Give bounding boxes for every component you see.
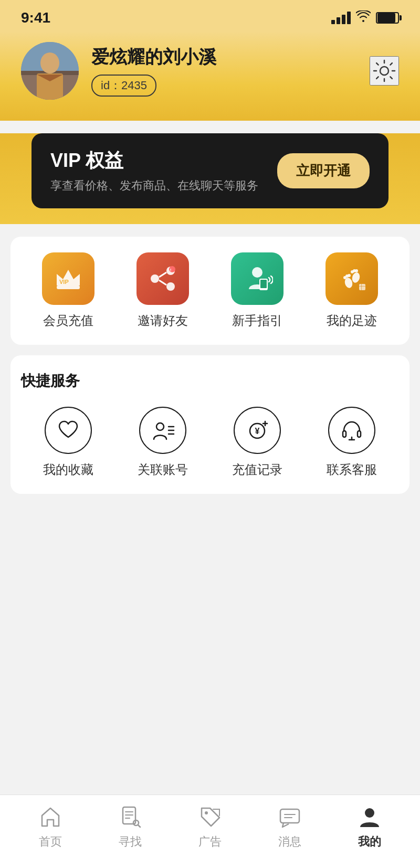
nav-home[interactable]: 首页 xyxy=(10,803,90,850)
nav-search[interactable]: 寻找 xyxy=(90,803,170,850)
svg-point-25 xyxy=(355,269,358,272)
status-icons xyxy=(331,10,399,25)
vip-banner: VIP 权益 享查看价格、发布商品、在线聊天等服务 立即开通 xyxy=(32,133,388,208)
svg-line-46 xyxy=(138,825,140,827)
svg-point-51 xyxy=(365,808,374,818)
svg-rect-38 xyxy=(358,431,361,437)
favorites-icon xyxy=(45,407,92,454)
svg-line-12 xyxy=(159,280,166,285)
nav-home-label: 首页 xyxy=(39,834,62,850)
svg-point-22 xyxy=(348,274,351,277)
bottom-navigation: 首页 寻找 广告 xyxy=(0,795,420,868)
beginner-guide-icon xyxy=(231,252,284,305)
svg-text:¥: ¥ xyxy=(255,427,260,436)
services-section-title: 快捷服务 xyxy=(21,371,399,391)
svg-point-9 xyxy=(166,282,175,291)
action-member-recharge-label: 会员充值 xyxy=(43,312,93,329)
invite-friend-icon: ! xyxy=(136,252,189,305)
profile-icon xyxy=(356,803,383,830)
quick-actions-row: VIP 会员充值 ! xyxy=(21,252,399,329)
profile-name: 爱炫耀的刘小溪 xyxy=(91,45,216,69)
status-time: 9:41 xyxy=(21,9,50,26)
signal-icon xyxy=(331,12,351,24)
action-member-recharge[interactable]: VIP 会员充值 xyxy=(42,252,94,329)
svg-line-11 xyxy=(159,272,166,277)
service-linked-accounts[interactable]: 关联账号 xyxy=(138,407,188,478)
service-customer-support[interactable]: 联系客服 xyxy=(327,407,377,478)
search-find-icon xyxy=(117,803,143,830)
svg-rect-6 xyxy=(57,285,80,289)
svg-rect-26 xyxy=(359,284,365,290)
svg-rect-28 xyxy=(361,284,362,290)
action-beginner-guide-label: 新手指引 xyxy=(232,312,282,329)
action-invite-friend-label: 邀请好友 xyxy=(138,312,188,329)
svg-text:VIP: VIP xyxy=(59,279,69,285)
service-favorites-label: 我的收藏 xyxy=(43,461,93,478)
service-recharge-history-label: 充值记录 xyxy=(232,461,282,478)
svg-point-5 xyxy=(380,67,388,75)
quick-actions-card: VIP 会员充值 ! xyxy=(10,237,410,345)
member-recharge-icon: VIP xyxy=(42,252,94,305)
vip-activate-button[interactable]: 立即开通 xyxy=(277,153,370,188)
nav-ad[interactable]: 广告 xyxy=(170,803,250,850)
services-card: 快捷服务 我的收藏 xyxy=(10,355,410,494)
linked-accounts-icon xyxy=(139,407,186,454)
svg-point-19 xyxy=(351,272,361,284)
svg-rect-17 xyxy=(260,280,267,288)
nav-search-label: 寻找 xyxy=(119,834,142,850)
main-content: VIP 会员充值 ! xyxy=(0,224,420,506)
settings-button[interactable] xyxy=(370,56,399,86)
wifi-icon xyxy=(356,10,371,25)
nav-messages[interactable]: 消息 xyxy=(250,803,330,850)
action-my-footprint-label: 我的足迹 xyxy=(327,312,377,329)
svg-rect-27 xyxy=(359,286,365,287)
customer-support-icon xyxy=(328,407,375,454)
action-my-footprint[interactable]: 我的足迹 xyxy=(326,252,378,329)
status-bar: 9:41 xyxy=(0,0,420,31)
svg-point-3 xyxy=(40,52,59,73)
nav-messages-label: 消息 xyxy=(278,834,301,850)
nav-profile-label: 我的 xyxy=(358,834,381,850)
service-customer-support-label: 联系客服 xyxy=(327,461,377,478)
my-footprint-icon xyxy=(326,252,378,305)
service-linked-accounts-label: 关联账号 xyxy=(138,461,188,478)
svg-point-47 xyxy=(205,811,208,814)
svg-rect-37 xyxy=(343,431,346,437)
ad-icon xyxy=(197,803,223,830)
profile-header: 爱炫耀的刘小溪 id：2435 xyxy=(0,31,420,121)
service-items-row: 我的收藏 关联账号 xyxy=(21,407,399,478)
home-icon xyxy=(37,803,64,830)
service-recharge-history[interactable]: ¥ 充值记录 xyxy=(232,407,282,478)
nav-ad-label: 广告 xyxy=(198,834,222,850)
action-beginner-guide[interactable]: 新手指引 xyxy=(231,252,284,329)
recharge-history-icon: ¥ xyxy=(234,407,281,454)
svg-point-10 xyxy=(151,274,159,283)
svg-rect-48 xyxy=(280,809,299,823)
svg-point-29 xyxy=(156,423,164,430)
service-favorites[interactable]: 我的收藏 xyxy=(43,407,93,478)
messages-icon xyxy=(277,803,303,830)
profile-id-badge: id：2435 xyxy=(91,75,156,97)
battery-icon xyxy=(376,12,399,24)
nav-profile[interactable]: 我的 xyxy=(330,803,410,850)
vip-subtitle: 享查看价格、发布商品、在线聊天等服务 xyxy=(50,178,258,194)
svg-point-15 xyxy=(252,267,262,278)
action-invite-friend[interactable]: ! 邀请好友 xyxy=(136,252,189,329)
avatar xyxy=(21,42,79,100)
svg-text:!: ! xyxy=(170,268,172,272)
vip-title: VIP 权益 xyxy=(50,148,258,174)
